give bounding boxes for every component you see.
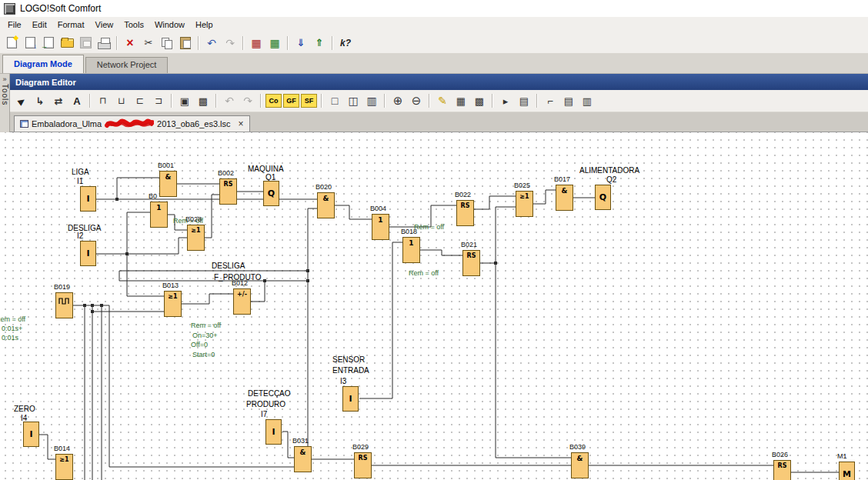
comment-button[interactable]: ✎ <box>433 92 452 110</box>
menu-file[interactable]: File <box>2 18 27 31</box>
block-B020[interactable]: & <box>317 192 335 218</box>
sim-watch-button[interactable]: ▤ <box>515 92 533 110</box>
block-symbol: ≥1 <box>59 456 68 463</box>
block-B022[interactable]: RS <box>456 200 474 226</box>
menu-help[interactable]: Help <box>190 18 219 31</box>
print-button[interactable] <box>95 34 113 52</box>
block-B012[interactable]: +/- <box>233 288 251 315</box>
block-B018[interactable]: 1 <box>402 237 420 263</box>
menu-edit[interactable]: Edit <box>27 18 52 31</box>
align-left-button[interactable]: ⊏ <box>131 92 149 110</box>
new-template-button[interactable] <box>21 34 39 52</box>
tab-network-project[interactable]: Network Project <box>85 57 169 73</box>
block-B0[interactable]: 1 <box>150 202 168 228</box>
block-input-i4[interactable]: I <box>23 422 39 447</box>
zoom-out-button[interactable]: ⊖ <box>407 92 426 110</box>
open-file-button[interactable] <box>39 34 58 52</box>
pane-3-button[interactable]: ▥ <box>362 92 381 110</box>
transfer-logo-button[interactable]: ⇑ <box>310 34 329 52</box>
block-B039[interactable]: & <box>571 452 589 478</box>
block-output-q1[interactable]: Q <box>263 181 279 206</box>
block-B019[interactable] <box>55 292 73 318</box>
gf-button[interactable]: GF <box>283 94 299 108</box>
block-input-i2[interactable]: I <box>80 241 96 266</box>
co-button[interactable]: Co <box>265 94 282 108</box>
sim-start-button[interactable]: ▸ <box>496 92 515 110</box>
menu-format[interactable]: Format <box>52 18 90 31</box>
sim-grid-button[interactable]: ▩ <box>470 92 489 110</box>
delete-button[interactable]: × <box>121 34 139 52</box>
block-B028[interactable]: ≥1 <box>187 225 205 251</box>
block-id-label: B014 <box>54 445 70 452</box>
block-B026[interactable]: RS <box>773 460 791 480</box>
tools-panel-collapsed[interactable]: » Tools <box>0 74 10 132</box>
context-help-button[interactable]: k? <box>336 34 355 52</box>
tab-diagram-mode[interactable]: Diagram Mode <box>2 55 84 73</box>
document-tab-label-left: Embaladora_Ulma <box>32 119 102 128</box>
block-symbol: & <box>300 448 306 456</box>
block-id-label: B019 <box>54 283 70 291</box>
expand-tools-icon[interactable]: » <box>2 76 6 82</box>
connect-button[interactable]: ↳ <box>31 92 49 110</box>
transfer-pc-button[interactable]: ⇓ <box>292 34 310 52</box>
send-back-button[interactable]: ▩ <box>194 92 212 110</box>
block-symbol: ≥1 <box>168 293 177 300</box>
document-tab[interactable]: Embaladora_Ulma 2013_oba6_es3.lsc × <box>14 115 250 132</box>
param-annotation: Rem = off <box>0 315 25 323</box>
block-B001[interactable]: & <box>159 171 177 197</box>
menu-view[interactable]: View <box>90 18 119 31</box>
menu-tools[interactable]: Tools <box>119 18 149 31</box>
block-M1[interactable]: M <box>839 462 855 480</box>
diagram-canvas[interactable]: I&B0011B0RSB002Q≥1B028&B0201B0041B018RSB… <box>0 132 868 480</box>
align-right-button[interactable]: ⊐ <box>149 92 168 110</box>
save-button[interactable] <box>76 34 95 52</box>
cut-button[interactable]: ✂ <box>139 34 158 52</box>
text-button[interactable]: A <box>68 92 86 110</box>
align-bottom-button[interactable]: ⊔ <box>112 92 131 110</box>
toolbar-separator <box>536 94 538 108</box>
align-top-button[interactable]: ⊓ <box>94 92 112 110</box>
redo2-button[interactable]: ↷ <box>239 92 257 110</box>
block-output-q2[interactable]: Q <box>595 185 611 210</box>
block-B017[interactable]: & <box>556 185 573 211</box>
param-annotation: Start=0 <box>192 351 215 358</box>
undo-button[interactable]: ↶ <box>202 34 221 52</box>
sf-button[interactable]: SF <box>301 94 317 108</box>
bring-front-button[interactable]: ▣ <box>175 92 194 110</box>
block-B002[interactable]: RS <box>219 178 237 205</box>
table-a-button[interactable]: ▤ <box>559 92 578 110</box>
editor-body: » Tools Diagram Editor ▶↳⇄A⊓⊔⊏⊐▣▩↶↷CoGFS… <box>0 74 868 480</box>
block-input-i1[interactable]: I <box>80 186 96 212</box>
block-input-i3[interactable]: I <box>342 386 359 412</box>
convert-lad-button[interactable]: ▦ <box>247 34 265 52</box>
menu-window[interactable]: Window <box>149 18 190 31</box>
paste-button[interactable] <box>176 34 195 52</box>
convert-fbd-button[interactable]: ▦ <box>265 34 284 52</box>
disconnect-button[interactable]: ⇄ <box>49 92 68 110</box>
param-grid-button[interactable]: ▦ <box>452 92 470 110</box>
block-B021[interactable]: RS <box>462 250 480 276</box>
undo2-button[interactable]: ↶ <box>220 92 239 110</box>
pane-1-button[interactable]: □ <box>326 92 344 110</box>
block-B004[interactable]: 1 <box>372 214 389 240</box>
block-input-i7[interactable]: I <box>265 419 282 445</box>
close-tab-icon[interactable]: × <box>239 120 244 128</box>
param-annotation: 0:01s+ <box>2 325 22 332</box>
comment-label: SENSOR <box>332 355 365 364</box>
redo-button[interactable]: ↷ <box>221 34 239 52</box>
pane-2-button[interactable]: ◫ <box>344 92 362 110</box>
comment-label: ALIMENTADORA <box>579 166 639 175</box>
comment-label: I1 <box>77 177 83 185</box>
block-symbol: I <box>86 194 89 204</box>
block-B013[interactable]: ≥1 <box>164 291 182 317</box>
block-B029[interactable]: RS <box>354 452 372 478</box>
zoom-in-button[interactable]: ⊕ <box>389 92 407 110</box>
table-b-button[interactable]: ▥ <box>578 92 596 110</box>
new-file-button[interactable] <box>2 34 21 52</box>
block-B025[interactable]: ≥1 <box>516 191 533 217</box>
split-junction-button[interactable]: ⌐ <box>541 92 559 110</box>
open-folder-button[interactable] <box>58 34 76 52</box>
block-B031[interactable]: & <box>294 446 312 472</box>
copy-button[interactable] <box>158 34 176 52</box>
block-B014[interactable]: ≥1 <box>55 454 73 480</box>
